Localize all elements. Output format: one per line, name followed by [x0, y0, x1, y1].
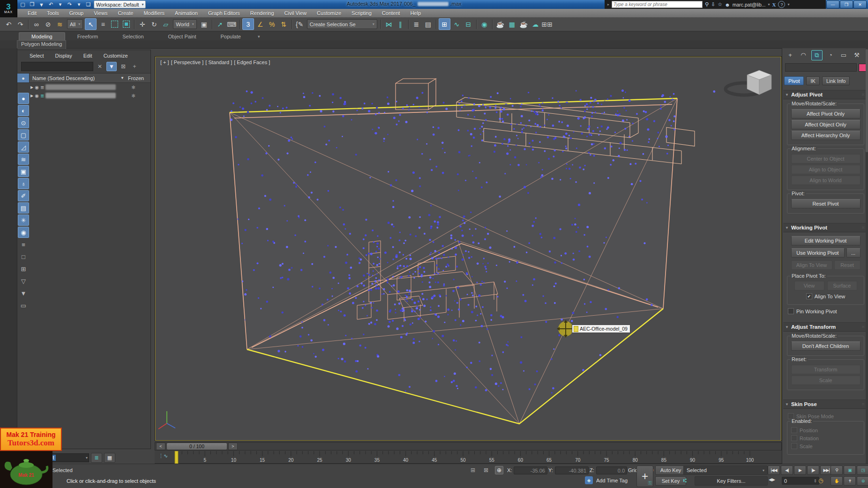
keyboard-override-icon[interactable]: ⌨ [226, 19, 237, 30]
reset-pivot-button[interactable]: Reset Pivot [791, 199, 861, 208]
time-config-icon[interactable]: ◷ [818, 477, 823, 484]
pivot-center-icon[interactable]: ▣ [199, 19, 210, 30]
affect-hierarchy-only-button[interactable]: Affect Hierarchy Only [791, 131, 861, 140]
expand-caret-icon[interactable]: ▶ [30, 94, 33, 98]
select-object-icon[interactable]: ↖ [85, 18, 97, 30]
filter-lights-icon[interactable]: ⊙ [18, 117, 29, 128]
ribbon-tab-populate[interactable]: Populate [208, 33, 253, 40]
prev-frame-button[interactable]: ◀| [781, 466, 793, 475]
select-manipulate-icon[interactable]: ➚ [215, 19, 225, 30]
affect-object-only-button[interactable]: Affect Object Only [791, 120, 861, 129]
add-icon[interactable]: + [130, 62, 139, 71]
zoom-icon[interactable]: ⚲ [831, 466, 843, 475]
ribbon-tab-selection[interactable]: Selection [110, 33, 156, 40]
link-info-button[interactable]: Link Info [822, 76, 850, 85]
object-color-swatch[interactable] [859, 64, 866, 72]
layer-stack-icon[interactable]: ≣ [40, 93, 44, 98]
time-tag-icon[interactable]: ◈ [585, 476, 593, 484]
column-circle-toggle[interactable]: ● [17, 74, 30, 82]
lock-icon[interactable]: ⊠ [119, 62, 128, 71]
filter-containers-icon[interactable]: ▤ [18, 202, 29, 214]
material-editor-icon[interactable]: ◉ [479, 19, 490, 30]
frame-filter-icon[interactable]: ⊞ [18, 263, 29, 274]
rollout-header[interactable]: ▼ Adjust Transform ⁙ [783, 323, 867, 332]
select-by-name-icon[interactable]: ≡ [97, 19, 108, 30]
viewport-menu-icon[interactable]: [ + ] [160, 59, 169, 65]
next-frame-button[interactable]: |▶ [807, 466, 819, 475]
bind-spacewarp-icon[interactable]: ≋ [54, 19, 65, 30]
redo-dropdown-icon[interactable]: ▾ [75, 1, 83, 8]
pivot-button[interactable]: Pivot [784, 76, 804, 85]
exchange-icon[interactable]: X [772, 2, 776, 7]
expand-icon[interactable]: ▸ [607, 2, 609, 7]
select-link-icon[interactable]: ∞ [31, 19, 42, 30]
angle-snap-icon[interactable]: ∠ [255, 19, 266, 30]
menu-item-edit[interactable]: Edit [22, 10, 42, 16]
percent-snap-icon[interactable]: % [267, 19, 277, 30]
table-row[interactable]: ▶ ◉ ≣ ✻ [17, 91, 150, 100]
filter-bones-icon[interactable]: ✐ [18, 190, 29, 201]
align-to-view-checkbox[interactable]: ✔ Align To View [791, 293, 860, 299]
render-flyout-icon[interactable]: ⊞⊞ [542, 19, 553, 30]
blank-filter-icon[interactable]: □ [18, 251, 29, 262]
exp-menu-display[interactable]: Display [51, 53, 77, 59]
ik-button[interactable]: IK [806, 76, 819, 85]
column-frozen-header[interactable]: Frozen [128, 75, 150, 81]
menu-item-modifiers[interactable]: Modifiers [138, 10, 170, 16]
search-go-icon[interactable]: ⚲ [705, 1, 709, 7]
workspace-dropdown[interactable]: Workspace: Default ▾ [94, 0, 146, 8]
save-file-icon[interactable]: ▼ [37, 1, 45, 8]
exp-menu-customize[interactable]: Customize [99, 53, 133, 59]
menu-item-rendering[interactable]: Rendering [245, 10, 279, 16]
reference-coordinate-dropdown[interactable]: World▾ [173, 19, 197, 29]
eye-icon[interactable]: ◉ [35, 85, 39, 90]
motion-tab-icon[interactable]: ◔ [825, 50, 836, 59]
filter-xrefs-icon[interactable]: ▣ [18, 166, 29, 177]
menu-item-civil-view[interactable]: Civil View [279, 10, 312, 16]
hierarchy-tab-icon[interactable]: ⧉ [811, 50, 823, 60]
key-filters-icon[interactable]: ⑆ [683, 477, 687, 484]
scale-icon[interactable]: ▱ [160, 19, 171, 30]
align-icon[interactable]: ∥ [395, 19, 406, 30]
exp-menu-select[interactable]: Select [25, 53, 49, 59]
filter-spacewarps-icon[interactable]: ≋ [18, 154, 29, 165]
z-coordinate-field[interactable]: 0.0 [596, 466, 627, 474]
filter-geometry-icon[interactable]: ● [18, 93, 29, 104]
render-production-icon[interactable]: ☕ [518, 19, 529, 30]
spinner-icon[interactable]: ⇕ [813, 479, 817, 483]
key-mode-icon[interactable]: ◀▶ [769, 477, 775, 482]
mirror-icon[interactable]: ⋈ [383, 19, 394, 30]
close-button[interactable]: ✕ [853, 0, 867, 8]
key-filters-button[interactable]: Key Filters... [695, 476, 768, 486]
layer-list-icon[interactable]: ≣ [91, 453, 102, 463]
render-setup-icon[interactable]: ☕ [495, 19, 506, 30]
undo-icon[interactable]: ↶ [47, 1, 55, 8]
ribbon-toggle-icon[interactable]: ⊞ [439, 18, 450, 30]
signin-icon[interactable]: ⇩ [711, 1, 715, 7]
align-to-world-button[interactable]: Align to World [791, 176, 861, 185]
filter-cameras-icon[interactable]: ▢ [18, 129, 29, 140]
schematic-view-icon[interactable]: ⊟ [463, 19, 474, 30]
play-button[interactable]: ▶ [794, 466, 806, 475]
align-to-object-button[interactable]: Align to Object [791, 165, 861, 174]
rollout-header[interactable]: ▼ Skin Pose ⁙ [783, 400, 867, 409]
prev-frame-arrow[interactable]: < [156, 443, 165, 450]
favorites-icon[interactable]: ☆ [718, 1, 722, 7]
center-to-object-button[interactable]: Center to Object [791, 154, 861, 163]
place-view-button[interactable]: View [794, 281, 824, 290]
go-start-button[interactable]: |◀◀ [768, 466, 780, 475]
filter-icon[interactable]: ▼ [106, 62, 117, 71]
menu-item-views[interactable]: Views [89, 10, 112, 16]
open-file-icon[interactable]: ❐ [28, 1, 36, 8]
rendered-frame-icon[interactable]: ▦ [507, 19, 517, 30]
modify-tab-icon[interactable]: ◠ [798, 50, 808, 59]
align-to-view-button[interactable]: Align To View [791, 260, 832, 270]
walkthrough-icon[interactable]: ✝ [844, 476, 856, 486]
edit-working-pivot-button[interactable]: Edit Working Pivot [791, 236, 861, 245]
absolute-mode-icon[interactable]: ⊕ [495, 466, 503, 474]
dont-affect-children-button[interactable]: Don't Affect Children [791, 341, 861, 351]
add-time-tag-label[interactable]: Add Time Tag [596, 478, 628, 483]
column-name-header[interactable]: Name (Sorted Descending) ▼ [30, 75, 128, 81]
object-name-field[interactable] [785, 63, 857, 72]
create-tab-icon[interactable]: + [785, 50, 795, 59]
